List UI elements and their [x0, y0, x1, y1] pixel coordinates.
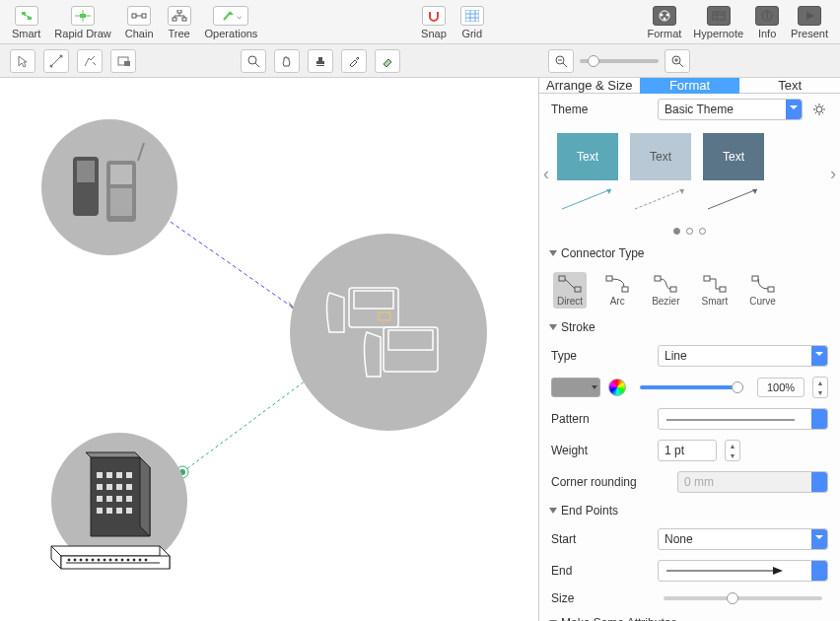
info-button[interactable]: i Info — [749, 4, 785, 41]
tree-button[interactable]: Tree — [162, 4, 197, 41]
presets-prev[interactable]: ‹ — [543, 164, 549, 184]
snap-button[interactable]: Snap — [415, 4, 453, 41]
stroke-type-value: Line — [665, 349, 687, 363]
connector-direct[interactable]: Direct — [553, 272, 587, 309]
svg-point-67 — [80, 559, 82, 561]
dot-2[interactable] — [686, 228, 693, 235]
svg-rect-55 — [126, 496, 132, 502]
stamp-tool[interactable] — [308, 49, 333, 73]
svg-marker-107 — [773, 567, 783, 575]
hand-tool[interactable] — [274, 49, 300, 73]
info-icon: i — [755, 6, 779, 26]
preset-3[interactable]: Text — [703, 133, 764, 214]
svg-marker-93 — [752, 189, 757, 194]
svg-marker-60 — [51, 546, 170, 556]
preset-2[interactable]: Text — [630, 133, 691, 214]
weight-stepper[interactable]: ▲▼ — [725, 440, 740, 461]
present-label: Present — [791, 28, 828, 39]
zoom-in-button[interactable] — [665, 49, 690, 73]
rapid-draw-label: Rapid Draw — [54, 28, 110, 39]
smart-button[interactable]: Smart — [6, 4, 46, 41]
zoom-tool[interactable] — [241, 49, 266, 73]
tab-format[interactable]: Format — [640, 78, 740, 94]
dot-3[interactable] — [699, 228, 706, 235]
svg-rect-22 — [316, 65, 324, 66]
tab-arrange[interactable]: Arrange & Size — [539, 78, 640, 94]
svg-marker-43 — [86, 452, 140, 457]
inspector-panel: Arrange & Size Format Text Theme Basic T… — [539, 78, 840, 621]
svg-line-35 — [138, 143, 144, 161]
tree-icon — [168, 6, 191, 26]
deskphones-node[interactable] — [290, 234, 487, 431]
theme-settings-icon[interactable] — [810, 101, 828, 118]
chain-button[interactable]: Chain — [119, 4, 160, 41]
connector-arc[interactable]: Arc — [600, 272, 634, 309]
hypernote-icon — [707, 6, 731, 26]
dot-1[interactable] — [673, 228, 680, 235]
pointer-tool[interactable] — [10, 49, 35, 73]
svg-rect-37 — [354, 291, 393, 309]
hypernote-button[interactable]: Hypernote — [687, 4, 749, 41]
svg-marker-42 — [140, 457, 150, 536]
svg-rect-100 — [670, 287, 676, 292]
canvas[interactable] — [0, 78, 539, 621]
presets-next[interactable]: › — [830, 164, 836, 184]
weight-input[interactable]: 1 pt — [658, 440, 717, 461]
smart-label: Smart — [12, 28, 40, 39]
endpoints-header[interactable]: End Points — [539, 498, 840, 523]
eyedropper-tool[interactable] — [341, 49, 367, 73]
line-tool[interactable] — [43, 49, 69, 73]
pattern-select[interactable] — [658, 408, 828, 430]
phones-node[interactable] — [41, 119, 177, 255]
present-icon — [798, 6, 821, 26]
svg-line-86 — [815, 112, 816, 113]
opacity-value[interactable]: 100% — [757, 378, 805, 397]
connector-smart[interactable]: Smart — [697, 272, 732, 309]
svg-point-21 — [248, 56, 256, 64]
makesame-header[interactable]: Make Same Attributes — [539, 610, 840, 621]
container-tool[interactable] — [110, 49, 136, 73]
svg-line-85 — [822, 112, 823, 113]
stroke-type-select[interactable]: Line — [658, 345, 828, 367]
svg-point-71 — [104, 559, 105, 561]
stroke-color-button[interactable] — [551, 378, 600, 397]
start-select[interactable]: None — [658, 528, 828, 550]
eraser-tool[interactable] — [375, 49, 400, 73]
svg-line-87 — [822, 105, 823, 106]
opacity-stepper[interactable]: ▲▼ — [812, 377, 828, 398]
building-node[interactable] — [51, 433, 187, 569]
stroke-header[interactable]: Stroke — [539, 314, 840, 340]
theme-select[interactable]: Basic Theme — [658, 99, 803, 120]
grid-button[interactable]: Grid — [455, 4, 490, 41]
corner-label: Corner rounding — [551, 475, 669, 489]
connector-type-header[interactable]: Connector Type — [539, 241, 840, 266]
end-select[interactable] — [658, 560, 828, 582]
edit-tool[interactable] — [77, 49, 103, 73]
format-toolbar-button[interactable]: Format — [641, 4, 687, 41]
zoom-slider[interactable] — [580, 59, 659, 63]
tab-text[interactable]: Text — [739, 78, 840, 94]
size-slider[interactable] — [664, 596, 822, 600]
format-icon — [653, 6, 676, 26]
present-button[interactable]: Present — [785, 4, 834, 41]
start-value: None — [665, 532, 693, 546]
rapid-draw-button[interactable]: Rapid Draw — [48, 4, 116, 41]
grid-icon — [460, 6, 484, 26]
svg-rect-0 — [22, 12, 26, 15]
operations-button[interactable]: ⌵ Operations — [199, 4, 264, 41]
svg-rect-103 — [752, 276, 758, 281]
color-wheel-icon[interactable] — [608, 379, 626, 396]
svg-rect-98 — [622, 287, 628, 292]
preset-1[interactable]: Text — [557, 133, 618, 214]
svg-rect-6 — [173, 18, 176, 21]
pattern-label: Pattern — [551, 412, 650, 426]
weight-value: 1 pt — [665, 444, 684, 457]
connector-bezier[interactable]: Bezier — [648, 272, 683, 309]
connector-curve[interactable]: Curve — [745, 272, 780, 309]
zoom-out-button[interactable] — [548, 49, 574, 73]
tree-label: Tree — [168, 28, 189, 39]
operations-label: Operations — [205, 28, 258, 39]
corner-select: 0 mm — [677, 471, 828, 493]
opacity-slider[interactable] — [640, 385, 743, 389]
svg-point-66 — [74, 559, 76, 561]
